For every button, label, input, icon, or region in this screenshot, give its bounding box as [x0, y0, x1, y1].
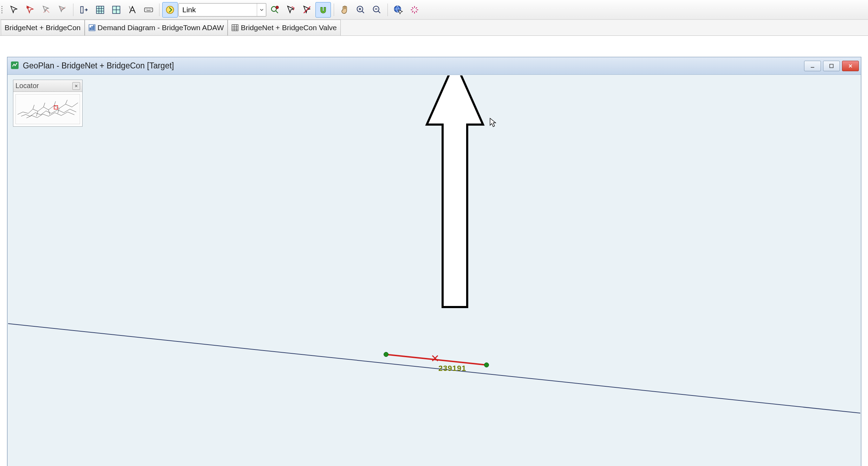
annotation-arrow-icon: [423, 75, 487, 314]
geoplan-window: GeoPlan - BridgeNet + BridgeCon [Target]: [7, 57, 861, 466]
valve-marker-icon[interactable]: [432, 355, 438, 361]
cursor-icon: [489, 118, 498, 127]
node-upstream[interactable]: [384, 352, 389, 357]
clear-select-icon[interactable]: [299, 2, 315, 18]
new-object-icon[interactable]: [162, 2, 178, 18]
svg-rect-2: [97, 6, 104, 13]
keyboard-icon[interactable]: [141, 2, 156, 18]
settings-spark-icon[interactable]: [407, 2, 422, 18]
snap-icon[interactable]: [315, 2, 331, 18]
main-toolbar: Link: [0, 0, 868, 20]
svg-rect-12: [90, 28, 91, 30]
chevron-down-icon[interactable]: [257, 4, 266, 16]
doc-tab-demand-diagram[interactable]: Demand Diagram - BridgeTown ADAW: [85, 20, 228, 35]
zoom-out-icon[interactable]: [369, 2, 385, 18]
locator-title: Locator: [15, 82, 72, 90]
select-poly-icon[interactable]: [283, 2, 299, 18]
grid-b-icon[interactable]: [109, 2, 124, 18]
svg-point-5: [167, 6, 174, 13]
doc-tab-label: BridgeNet + BridgeCon Valve: [241, 24, 337, 32]
pipe-link[interactable]: [8, 314, 860, 418]
locator-close-button[interactable]: [72, 82, 80, 90]
doc-tab-label: BridgeNet + BridgeCon: [5, 24, 81, 32]
object-type-combo[interactable]: Link: [178, 3, 266, 16]
grid-a-icon[interactable]: [92, 2, 108, 18]
document-tab-strip: BridgeNet + BridgeCon Demand Diagram - B…: [0, 20, 868, 36]
toolbar-grip[interactable]: [1, 4, 4, 15]
pointer-tool-icon[interactable]: [6, 2, 22, 18]
find-icon[interactable]: [267, 2, 282, 18]
close-button[interactable]: [842, 61, 859, 71]
text-tool-icon[interactable]: [125, 2, 140, 18]
svg-rect-14: [93, 26, 94, 30]
window-title: GeoPlan - BridgeNet + BridgeCon [Target]: [23, 61, 801, 71]
move-node-icon[interactable]: [76, 2, 92, 18]
globe-pointer-icon[interactable]: [391, 2, 406, 18]
chart-icon: [89, 24, 96, 31]
object-type-value: Link: [179, 6, 257, 14]
svg-rect-1: [81, 6, 83, 13]
doc-tab-label: Demand Diagram - BridgeTown ADAW: [98, 24, 224, 32]
locator-overview-map[interactable]: [15, 94, 80, 124]
pan-icon[interactable]: [337, 2, 352, 18]
locator-panel[interactable]: Locator: [13, 80, 83, 127]
svg-rect-15: [232, 25, 239, 31]
doc-tab-geoplan[interactable]: BridgeNet + BridgeCon: [1, 20, 85, 35]
svg-rect-4: [144, 8, 152, 12]
svg-point-7: [276, 6, 279, 8]
window-buttons: [804, 61, 859, 71]
trace-down-icon: [55, 2, 70, 18]
toolbar-separator: [159, 4, 159, 16]
maximize-button[interactable]: [823, 61, 840, 71]
window-titlebar[interactable]: GeoPlan - BridgeNet + BridgeCon [Target]: [7, 57, 861, 75]
svg-rect-17: [830, 64, 833, 68]
locator-body: [13, 92, 82, 126]
map-canvas[interactable]: 239191 Locator: [8, 75, 860, 466]
doc-tab-valve-grid[interactable]: BridgeNet + BridgeCon Valve: [228, 20, 340, 35]
select-node-icon[interactable]: [22, 2, 38, 18]
svg-rect-13: [91, 26, 92, 30]
toolbar-separator: [334, 4, 334, 16]
svg-point-0: [27, 6, 29, 8]
app-icon: [10, 61, 19, 71]
selected-link-label: 239191: [438, 364, 466, 373]
grid-icon: [231, 24, 239, 31]
minimize-button[interactable]: [804, 61, 821, 71]
node-downstream[interactable]: [484, 362, 489, 367]
toolbar-separator: [387, 4, 388, 16]
mdi-workspace: GeoPlan - BridgeNet + BridgeCon [Target]: [0, 36, 868, 466]
trace-up-icon: [39, 2, 54, 18]
zoom-in-icon[interactable]: [353, 2, 368, 18]
locator-header[interactable]: Locator: [13, 80, 82, 92]
toolbar-separator: [73, 4, 73, 16]
